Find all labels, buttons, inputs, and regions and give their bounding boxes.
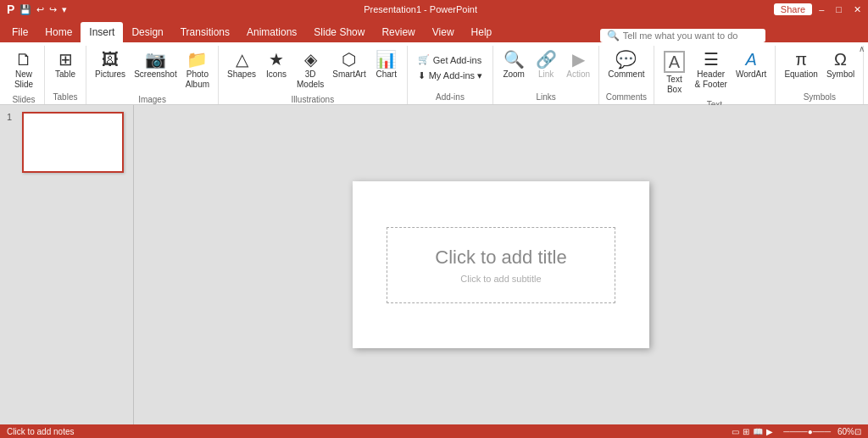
comment-icon: 💬 (615, 51, 637, 68)
links-group-label: Links (498, 92, 593, 104)
powerpoint-logo[interactable]: P (7, 3, 14, 16)
slides-items: 🗋 NewSlide (8, 46, 39, 95)
table-icon: ⊞ (58, 51, 73, 68)
zoom-icon: 🔍 (504, 51, 525, 68)
3d-models-icon: ◈ (304, 51, 317, 68)
images-items: 🖼 Pictures 📷 Screenshot 📁 PhotoAlbum (92, 46, 213, 95)
tab-animations[interactable]: Animations (238, 22, 305, 42)
tab-design[interactable]: Design (123, 22, 171, 42)
view-reading-icon[interactable]: 📖 (753, 427, 763, 436)
comment-button[interactable]: 💬 Comment (604, 49, 648, 81)
notes-label[interactable]: Click to add notes (7, 427, 75, 436)
subtitle-placeholder-text[interactable]: Click to add subtitle (460, 274, 541, 284)
tables-items: ⊞ Table (50, 46, 81, 92)
action-icon: ▶ (572, 51, 585, 68)
ribbon-toolbar: 🗋 NewSlide Slides ⊞ Table Tables 🖼 Pictu… (0, 42, 868, 105)
text-box-icon: A (664, 51, 685, 73)
get-addins-icon: 🛒 (418, 54, 430, 65)
symbol-icon: Ω (834, 51, 847, 68)
chart-button[interactable]: 📊 Chart (371, 49, 402, 81)
group-symbols: π Equation Ω Symbol Symbols (776, 46, 864, 104)
tab-home[interactable]: Home (36, 22, 81, 42)
slide-content-placeholder[interactable]: Click to add title Click to add subtitle (387, 227, 615, 303)
table-button[interactable]: ⊞ Table (50, 49, 81, 81)
symbol-button[interactable]: Ω Symbol (823, 49, 858, 81)
slide-thumbnail[interactable] (22, 112, 124, 173)
action-button[interactable]: ▶ Action (563, 49, 593, 81)
tab-review[interactable]: Review (373, 22, 423, 42)
equation-icon: π (795, 51, 807, 68)
pictures-button[interactable]: 🖼 Pictures (92, 49, 129, 81)
header-footer-button[interactable]: ☰ Header& Footer (692, 49, 731, 91)
tables-group-label: Tables (50, 92, 81, 104)
view-slide-sorter-icon[interactable]: ⊞ (743, 427, 749, 436)
group-addins: 🛒 Get Add-ins ⬇ My Add-ins ▾ Add-ins (408, 46, 493, 104)
3d-models-button[interactable]: ◈ 3DModels (293, 49, 327, 91)
view-slideshow-icon[interactable]: ▶ (766, 427, 773, 436)
zoom-slider[interactable]: ────●─── (783, 427, 831, 436)
shapes-icon: △ (236, 51, 248, 68)
shapes-button[interactable]: △ Shapes (224, 49, 259, 81)
my-addins-button[interactable]: ⬇ My Add-ins ▾ (413, 69, 487, 83)
illustrations-items: △ Shapes ★ Icons ◈ 3DModels ⬡ SmartArt 📊… (224, 46, 402, 95)
fit-to-window[interactable]: ⊡ (854, 427, 861, 436)
group-tables: ⊞ Table Tables (45, 46, 86, 104)
close-button[interactable]: ✕ (854, 4, 861, 15)
new-slide-button[interactable]: 🗋 NewSlide (8, 49, 39, 91)
tab-slideshow[interactable]: Slide Show (305, 22, 373, 42)
addins-items: 🛒 Get Add-ins ⬇ My Add-ins ▾ (413, 46, 487, 92)
addins-group-label: Add-ins (413, 92, 487, 104)
maximize-button[interactable]: □ (836, 4, 842, 14)
quick-access-save[interactable]: 💾 (19, 4, 31, 15)
search-wrapper[interactable]: 🔍 (600, 29, 765, 42)
wordart-icon: A (745, 51, 756, 68)
comments-group-label: Comments (604, 92, 648, 104)
group-slides: 🗋 NewSlide Slides (3, 46, 45, 104)
icons-icon: ★ (269, 51, 284, 68)
tab-transitions[interactable]: Transitions (172, 22, 238, 42)
quick-access-redo[interactable]: ↪ (49, 4, 57, 15)
search-input[interactable] (623, 30, 759, 41)
group-media: 🎬 Video 🔊 Audio ⏺ ScreenRecording Media (864, 46, 868, 104)
chart-icon: 📊 (376, 51, 397, 68)
text-box-button[interactable]: A TextBox (659, 49, 690, 97)
icons-button[interactable]: ★ Icons (261, 49, 292, 81)
slide-panel: 1 (0, 105, 134, 424)
canvas-area: Click to add title Click to add subtitle (134, 105, 868, 424)
ribbon-collapse-button[interactable]: ∧ (859, 44, 865, 53)
get-addins-button[interactable]: 🛒 Get Add-ins (413, 53, 487, 67)
tab-view[interactable]: View (424, 22, 463, 42)
slide-canvas[interactable]: Click to add title Click to add subtitle (353, 181, 649, 348)
slide-thumbnail-container: 1 (7, 112, 126, 173)
smartart-button[interactable]: ⬡ SmartArt (329, 49, 369, 81)
group-comments: 💬 Comment Comments (599, 46, 654, 104)
group-images: 🖼 Pictures 📷 Screenshot 📁 PhotoAlbum Ima… (86, 46, 219, 104)
share-button[interactable]: Share (774, 3, 812, 15)
minimize-button[interactable]: – (819, 4, 824, 14)
wordart-button[interactable]: A WordArt (732, 49, 771, 81)
tab-insert[interactable]: Insert (81, 22, 123, 42)
symbols-items: π Equation Ω Symbol (781, 46, 858, 92)
link-icon: 🔗 (536, 51, 557, 68)
tab-help[interactable]: Help (463, 22, 501, 42)
screenshot-button[interactable]: 📷 Screenshot (131, 49, 181, 81)
zoom-button[interactable]: 🔍 Zoom (498, 49, 529, 81)
quick-access-undo[interactable]: ↩ (36, 4, 44, 15)
view-normal-icon[interactable]: ▭ (732, 427, 739, 436)
tab-file[interactable]: File (3, 22, 36, 42)
title-placeholder-text[interactable]: Click to add title (435, 247, 566, 269)
link-button[interactable]: 🔗 Link (531, 49, 561, 81)
text-items: A TextBox ☰ Header& Footer A WordArt (659, 46, 771, 100)
pictures-icon: 🖼 (102, 51, 119, 68)
title-bar: P 💾 ↩ ↪ ▾ Presentation1 - PowerPoint Sha… (0, 0, 868, 19)
new-slide-icon: 🗋 (15, 51, 32, 68)
zoom-level: 60% (837, 427, 854, 436)
screenshot-icon: 📷 (145, 51, 166, 68)
document-title: Presentation1 - PowerPoint (67, 4, 774, 14)
photo-album-button[interactable]: 📁 PhotoAlbum (182, 49, 213, 91)
title-bar-left: P 💾 ↩ ↪ ▾ (7, 3, 67, 16)
status-bar: Click to add notes ▭ ⊞ 📖 ▶ ────●─── 60% … (0, 424, 868, 438)
comments-items: 💬 Comment (604, 46, 648, 92)
equation-button[interactable]: π Equation (781, 49, 821, 81)
addin-buttons: 🛒 Get Add-ins ⬇ My Add-ins ▾ (413, 49, 487, 86)
